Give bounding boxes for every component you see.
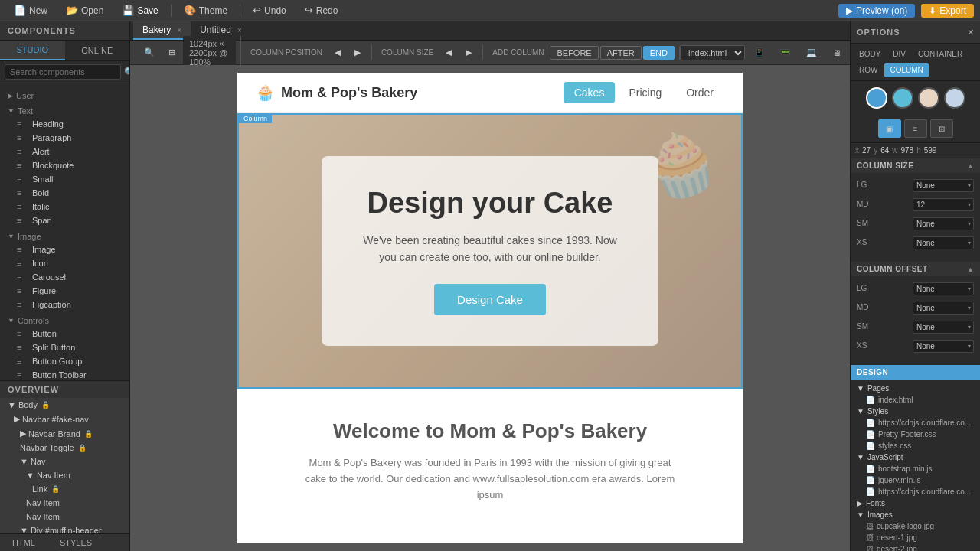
overview-nav-item1[interactable]: ▼ Nav Item xyxy=(0,468,129,482)
color-orb-3[interactable] xyxy=(918,87,939,109)
comp-icon[interactable]: ≡Icon xyxy=(0,256,129,270)
comp-blockquote[interactable]: ≡Blockquote xyxy=(0,158,129,172)
col-size-decrease[interactable]: ◀ xyxy=(439,45,458,60)
comp-bold[interactable]: ≡Bold xyxy=(0,186,129,200)
comp-button[interactable]: ≡Button xyxy=(0,327,129,341)
nav-link-pricing[interactable]: Pricing xyxy=(618,82,672,103)
comp-italic[interactable]: ≡Italic xyxy=(0,200,129,214)
grid-button[interactable]: ⊞ xyxy=(162,45,181,60)
column-offset-header[interactable]: COLUMN OFFSET ▲ xyxy=(851,262,980,276)
img-desert1[interactable]: 🖼 desert-1.jpg xyxy=(866,532,974,543)
overview-div[interactable]: ▼ Div #muffin-header xyxy=(0,523,129,533)
canvas-area[interactable]: 🧁 Mom & Pop's Bakery Cakes Pricing Order… xyxy=(130,65,850,551)
comp-alert[interactable]: ≡Alert xyxy=(0,145,129,158)
col-offset-md-select[interactable]: None xyxy=(913,302,974,315)
after-button[interactable]: AFTER xyxy=(600,46,642,60)
nav-link-cakes[interactable]: Cakes xyxy=(564,82,616,103)
col-pos-left[interactable]: ◀ xyxy=(328,45,347,60)
styles-tab[interactable]: STYLES xyxy=(47,534,104,551)
col-icon-half[interactable]: ≡ xyxy=(904,119,927,138)
comp-button-group[interactable]: ≡Button Group xyxy=(0,354,129,368)
style-pretty-footer[interactable]: 📄 Pretty-Footer.css xyxy=(866,429,974,440)
design-section-header[interactable]: DESIGN xyxy=(851,365,980,380)
comp-image[interactable]: ≡Image xyxy=(0,243,129,256)
tab-untitled-close[interactable]: × xyxy=(237,26,242,34)
studio-tab[interactable]: STUDIO xyxy=(0,41,65,60)
html-tab[interactable]: HTML xyxy=(0,534,47,551)
type-tab-row[interactable]: ROW xyxy=(854,63,883,77)
column-size-header[interactable]: COLUMN SIZE ▲ xyxy=(851,158,980,173)
overview-nav-item2[interactable]: Nav Item xyxy=(0,496,129,510)
col-size-increase[interactable]: ▶ xyxy=(459,45,478,60)
js-jquery[interactable]: 📄 jquery.min.js xyxy=(866,474,974,486)
design-cake-button[interactable]: Design Cake xyxy=(434,284,546,315)
comp-figcaption[interactable]: ≡Figcaption xyxy=(0,298,129,311)
images-tree-item[interactable]: ▼ Images xyxy=(857,509,974,520)
overview-link[interactable]: Link 🔒 xyxy=(0,482,129,496)
overview-nav-item3[interactable]: Nav Item xyxy=(0,510,129,523)
img-cupcake-logo[interactable]: 🖼 cupcake logo.jpg xyxy=(866,520,974,532)
type-tab-column[interactable]: COLUMN xyxy=(884,63,928,77)
theme-button[interactable]: 🎨 Theme xyxy=(176,3,235,18)
col-size-lg-select[interactable]: None12346812 xyxy=(913,179,974,192)
col-size-md-select[interactable]: None12346812 xyxy=(913,198,974,211)
tablet-icon[interactable]: 📟 xyxy=(774,45,797,60)
col-offset-sm-select[interactable]: None xyxy=(913,321,974,334)
fonts-tree-item[interactable]: ▶ Fonts xyxy=(857,497,974,509)
search-input[interactable] xyxy=(5,64,121,80)
js-cloudflare[interactable]: 📄 https://cdnjs.cloudflare.co... xyxy=(866,486,974,497)
preview-button[interactable]: ▶ Preview (on) xyxy=(838,4,915,18)
overview-nav[interactable]: ▼ Nav xyxy=(0,455,129,468)
overview-navbar[interactable]: ▶ Navbar #fake-nav xyxy=(0,412,129,426)
comp-split-button[interactable]: ≡Split Button xyxy=(0,341,129,354)
comp-button-toolbar[interactable]: ≡Button Toolbar xyxy=(0,368,129,380)
save-button[interactable]: 💾 Save xyxy=(114,3,165,18)
online-tab[interactable]: ONLINE xyxy=(65,41,130,60)
category-user[interactable]: ▶ User xyxy=(0,86,129,102)
zoom-fit-button[interactable]: 🔍 xyxy=(138,45,161,60)
col-icon-grid[interactable]: ⊞ xyxy=(930,119,953,138)
type-tab-container[interactable]: CONTAINER xyxy=(913,47,968,61)
comp-figure[interactable]: ≡Figure xyxy=(0,284,129,298)
type-tab-body[interactable]: BODY xyxy=(854,47,886,61)
col-size-sm-select[interactable]: None xyxy=(913,217,974,230)
comp-carousel[interactable]: ≡Carousel xyxy=(0,270,129,284)
export-button[interactable]: ⬇ Export xyxy=(921,4,974,18)
color-orb-4[interactable] xyxy=(944,87,965,109)
color-orb-1[interactable] xyxy=(866,87,887,109)
nav-link-order[interactable]: Order xyxy=(675,82,724,103)
comp-paragraph[interactable]: ≡Paragraph xyxy=(0,131,129,145)
end-button[interactable]: END xyxy=(643,46,675,60)
desktop-icon[interactable]: 🖥 xyxy=(826,46,847,60)
color-orb-2[interactable] xyxy=(892,87,913,109)
new-button[interactable]: 📄 New xyxy=(6,3,55,18)
category-text[interactable]: ▼ Text xyxy=(0,102,129,117)
before-button[interactable]: BEFORE xyxy=(550,46,598,60)
styles-tree-item[interactable]: ▼ Styles xyxy=(857,406,974,417)
comp-small[interactable]: ≡Small xyxy=(0,172,129,186)
col-pos-right[interactable]: ▶ xyxy=(348,45,367,60)
comp-heading[interactable]: ≡Heading xyxy=(0,117,129,131)
col-size-xs-select[interactable]: None xyxy=(913,236,974,249)
col-offset-xs-select[interactable]: None xyxy=(913,340,974,353)
category-image[interactable]: ▼ Image xyxy=(0,227,129,243)
search-button[interactable]: 🔍 xyxy=(122,65,130,80)
js-tree-item[interactable]: ▼ JavaScript xyxy=(857,452,974,463)
category-controls[interactable]: ▼ Controls xyxy=(0,311,129,327)
file-select[interactable]: index.html xyxy=(680,45,745,60)
img-desert2[interactable]: 🖼 desert-2.jpg xyxy=(866,543,974,551)
style-cloudflare[interactable]: 📄 https://cdnjs.cloudflare.co... xyxy=(866,417,974,429)
overview-navbar-toggle[interactable]: Navbar Toggle 🔒 xyxy=(0,441,129,455)
col-offset-lg-select[interactable]: None xyxy=(913,282,974,295)
style-styles-css[interactable]: 📄 styles.css xyxy=(866,440,974,452)
mobile-icon[interactable]: 📱 xyxy=(748,45,771,60)
pages-tree-item[interactable]: ▼ Pages xyxy=(857,383,974,394)
open-button[interactable]: 📂 Open xyxy=(58,3,111,18)
comp-span[interactable]: ≡Span xyxy=(0,214,129,227)
type-tab-div[interactable]: DIV xyxy=(887,47,911,61)
col-icon-full[interactable]: ▣ xyxy=(878,119,901,138)
laptop-icon[interactable]: 💻 xyxy=(800,45,823,60)
js-bootstrap[interactable]: 📄 bootstrap.min.js xyxy=(866,463,974,474)
overview-navbar-brand[interactable]: ▶ Navbar Brand 🔒 xyxy=(0,426,129,441)
undo-button[interactable]: ↩ Undo xyxy=(245,3,294,18)
